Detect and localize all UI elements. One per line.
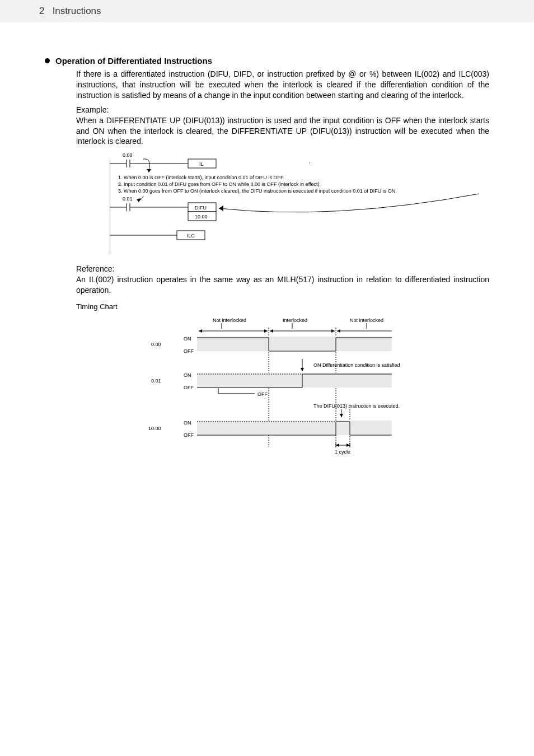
section-heading-text: Operation of Differentiated Instructions [55, 56, 212, 66]
ladder-contact-0: 0.00 [123, 153, 133, 158]
svg-marker-45 [336, 444, 339, 447]
dot-mark: · [308, 160, 310, 166]
ladder-difu-box: DIFU [195, 205, 207, 211]
chapter-header: 2 Instructions [0, 0, 534, 22]
chapter-title: Instructions [53, 6, 101, 16]
svg-marker-37 [301, 368, 304, 371]
ladder-contact-1: 0.01 [123, 196, 133, 202]
example-text: When a DIFFERENTIATE UP (DIFU(013)) inst… [76, 115, 489, 147]
ladder-note-3: 3. When 0.00 goes from OFF to ON (interl… [118, 188, 397, 194]
timing-chart: Not interlocked Interlocked Not interloc… [146, 315, 453, 458]
svg-marker-21 [199, 329, 202, 333]
ladder-svg: 0.00 IL 1. When 0.00 is OFF (interlock s… [110, 153, 490, 260]
region-0: Not interlocked [213, 318, 246, 323]
svg-rect-32 [197, 373, 392, 388]
signal-1-off-annot: OFF [257, 391, 268, 397]
signal-1-name: 0.01 [151, 378, 161, 384]
chapter-number: 2 [39, 6, 44, 16]
svg-rect-31 [197, 337, 392, 351]
signal-2-off: OFF [184, 432, 194, 438]
ladder-diagram: 0.00 IL 1. When 0.00 is OFF (interlock s… [110, 153, 490, 260]
ladder-il-box: IL [199, 161, 204, 167]
svg-rect-40 [197, 421, 392, 435]
ladder-ilc-box: ILC [187, 233, 195, 239]
svg-marker-6 [147, 169, 151, 172]
signal-0-on: ON [184, 336, 191, 342]
region-1: Interlocked [283, 318, 307, 323]
page-content: Operation of Differentiated Instructions… [0, 22, 534, 480]
svg-marker-46 [346, 444, 350, 447]
svg-marker-25 [331, 329, 335, 333]
bullet-icon [45, 58, 50, 63]
example-label: Example: [76, 105, 489, 114]
timing-chart-label: Timing Chart [76, 302, 489, 311]
signal-2-on: ON [184, 420, 191, 426]
reference-text: An IL(002) instruction operates in the s… [76, 274, 489, 296]
svg-marker-14 [219, 206, 223, 211]
signal-2-annot: The DIFU(013) instruction is executed. [313, 403, 400, 409]
signal-1-on-annot: ON Differentiation condition is satisfie… [313, 362, 400, 368]
signal-1-on: ON [184, 372, 191, 378]
signal-0-name: 0.00 [151, 342, 161, 347]
section-heading: Operation of Differentiated Instructions [45, 56, 489, 66]
cycle-label: 1 cycle [335, 449, 350, 455]
svg-marker-7 [137, 198, 141, 202]
svg-marker-39 [340, 414, 343, 417]
section-paragraph-1: If there is a differentiated instruction… [76, 69, 489, 101]
signal-2-name: 10.00 [148, 426, 161, 431]
ladder-note-2: 2. Input condition 0.01 of DIFU goes fro… [118, 181, 321, 187]
svg-marker-22 [264, 329, 268, 333]
signal-0-off: OFF [184, 348, 194, 354]
reference-label: Reference: [76, 264, 489, 273]
ladder-addr-box: 10.00 [195, 214, 208, 220]
ladder-note-1: 1. When 0.00 is OFF (interlock starts), … [118, 175, 284, 180]
timing-svg: Not interlocked Interlocked Not interloc… [146, 315, 453, 455]
svg-marker-27 [337, 329, 340, 333]
signal-1-off: OFF [184, 385, 194, 390]
svg-marker-24 [270, 329, 273, 333]
region-2: Not interlocked [350, 318, 383, 323]
